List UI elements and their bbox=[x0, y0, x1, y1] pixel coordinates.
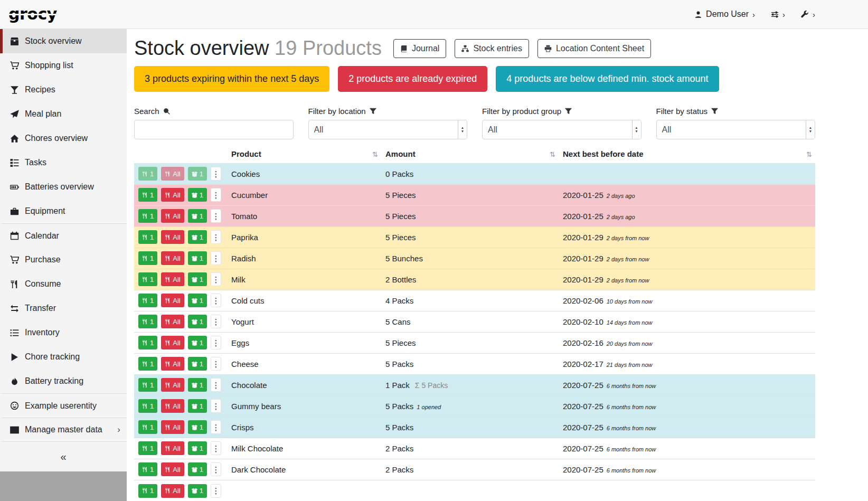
options-menu[interactable]: › bbox=[771, 10, 785, 19]
row-menu-button[interactable]: ⋮ bbox=[211, 209, 221, 223]
open-one-button[interactable]: 1 bbox=[188, 378, 207, 392]
consume-all-button[interactable]: All bbox=[161, 251, 184, 265]
open-one-button[interactable]: 1 bbox=[188, 336, 207, 349]
sidebar-item-equipment[interactable]: Equipment bbox=[0, 199, 127, 223]
row-menu-button[interactable]: ⋮ bbox=[211, 251, 221, 265]
sidebar-item-batteries-overview[interactable]: Batteries overview bbox=[0, 175, 127, 199]
consume-one-button[interactable]: 1 bbox=[138, 357, 157, 371]
consume-one-button[interactable]: 1 bbox=[138, 294, 157, 307]
sidebar-item-chores-overview[interactable]: Chores overview bbox=[0, 126, 127, 150]
open-one-button[interactable]: 1 bbox=[188, 167, 207, 181]
consume-all-button[interactable]: All bbox=[161, 399, 184, 413]
consume-one-button[interactable]: 1 bbox=[138, 399, 157, 413]
consume-one-button[interactable]: 1 bbox=[138, 441, 157, 455]
column-header-next-best-before-date[interactable]: Next best before date⇅ bbox=[559, 146, 815, 164]
consume-all-button[interactable]: All bbox=[161, 167, 184, 181]
consume-one-button[interactable]: 1 bbox=[138, 420, 157, 434]
row-menu-button[interactable]: ⋮ bbox=[211, 441, 221, 455]
alert-info[interactable]: 4 products are below defined min. stock … bbox=[496, 66, 719, 92]
sidebar-item-chore-tracking[interactable]: Chore tracking bbox=[0, 345, 127, 369]
location-filter-select[interactable]: All bbox=[308, 120, 468, 139]
consume-one-button[interactable]: 1 bbox=[138, 209, 157, 223]
open-one-button[interactable]: 1 bbox=[188, 315, 207, 328]
row-menu-button[interactable]: ⋮ bbox=[211, 230, 221, 244]
user-menu[interactable]: Demo User › bbox=[694, 10, 755, 19]
row-menu-button[interactable]: ⋮ bbox=[211, 357, 221, 371]
sidebar-item-tasks[interactable]: Tasks bbox=[0, 150, 127, 175]
consume-all-button[interactable]: All bbox=[161, 315, 184, 328]
stock-entries-button[interactable]: Stock entries bbox=[455, 39, 529, 58]
consume-one-button[interactable]: 1 bbox=[138, 484, 157, 498]
sidebar-item-meal-plan[interactable]: Meal plan bbox=[0, 102, 127, 126]
consume-all-button[interactable]: All bbox=[161, 209, 184, 223]
consume-one-button[interactable]: 1 bbox=[138, 251, 157, 265]
consume-one-button[interactable]: 1 bbox=[138, 336, 157, 349]
sidebar-item-battery-tracking[interactable]: Battery tracking bbox=[0, 369, 127, 393]
sidebar-item-stock-overview[interactable]: Stock overview bbox=[0, 29, 127, 53]
consume-all-button[interactable]: All bbox=[161, 484, 184, 498]
open-one-button[interactable]: 1 bbox=[188, 251, 207, 265]
alert-danger[interactable]: 2 products are already expired bbox=[338, 66, 487, 92]
consume-all-button[interactable]: All bbox=[161, 272, 184, 286]
open-one-button[interactable]: 1 bbox=[188, 294, 207, 307]
open-one-button[interactable]: 1 bbox=[188, 399, 207, 413]
column-header-amount[interactable]: Amount⇅ bbox=[381, 146, 559, 164]
consume-all-button[interactable]: All bbox=[161, 441, 184, 455]
open-one-button[interactable]: 1 bbox=[188, 209, 207, 223]
sidebar-item-recipes[interactable]: Recipes bbox=[0, 78, 127, 102]
row-menu-button[interactable]: ⋮ bbox=[211, 462, 221, 476]
sidebar-item-calendar[interactable]: Calendar bbox=[0, 223, 127, 248]
row-menu-button[interactable]: ⋮ bbox=[211, 399, 221, 413]
consume-one-button[interactable]: 1 bbox=[138, 188, 157, 202]
consume-all-button[interactable]: All bbox=[161, 230, 184, 244]
row-menu-button[interactable]: ⋮ bbox=[211, 272, 221, 286]
consume-one-button[interactable]: 1 bbox=[138, 230, 157, 244]
consume-one-button[interactable]: 1 bbox=[138, 272, 157, 286]
consume-all-button[interactable]: All bbox=[161, 378, 184, 392]
location-content-sheet-button[interactable]: Location Content Sheet bbox=[537, 39, 651, 58]
row-menu-button[interactable]: ⋮ bbox=[211, 420, 221, 434]
open-one-button[interactable]: 1 bbox=[188, 484, 207, 498]
status-filter-select[interactable]: All bbox=[656, 120, 816, 139]
open-one-button[interactable]: 1 bbox=[188, 188, 207, 202]
row-menu-button[interactable]: ⋮ bbox=[211, 167, 221, 181]
sidebar-item-consume[interactable]: Consume bbox=[0, 272, 127, 296]
row-menu-button[interactable]: ⋮ bbox=[211, 378, 221, 392]
open-one-button[interactable]: 1 bbox=[188, 357, 207, 371]
consume-all-button[interactable]: All bbox=[161, 420, 184, 434]
consume-all-button[interactable]: All bbox=[161, 336, 184, 349]
app-logo[interactable]: grocy bbox=[8, 6, 57, 22]
open-one-button[interactable]: 1 bbox=[188, 462, 207, 476]
open-one-button[interactable]: 1 bbox=[188, 230, 207, 244]
product-group-filter-select[interactable]: All bbox=[482, 120, 641, 139]
consume-one-button[interactable]: 1 bbox=[138, 315, 157, 328]
journal-button[interactable]: Journal bbox=[393, 39, 446, 58]
sidebar-collapse-button[interactable]: « bbox=[0, 442, 127, 471]
settings-menu[interactable]: › bbox=[801, 10, 815, 19]
open-one-button[interactable]: 1 bbox=[188, 441, 207, 455]
sidebar-item-manage-master-data[interactable]: Manage master data› bbox=[0, 418, 127, 442]
open-one-button[interactable]: 1 bbox=[188, 420, 207, 434]
row-menu-button[interactable]: ⋮ bbox=[211, 188, 221, 202]
consume-all-button[interactable]: All bbox=[161, 188, 184, 202]
consume-one-button[interactable]: 1 bbox=[138, 378, 157, 392]
sidebar-item-transfer[interactable]: Transfer bbox=[0, 296, 127, 320]
alert-warning[interactable]: 3 products expiring within the next 5 da… bbox=[134, 66, 329, 92]
sidebar-item-shopping-list[interactable]: Shopping list bbox=[0, 53, 127, 78]
sidebar-item-purchase[interactable]: Purchase bbox=[0, 248, 127, 272]
consume-one-button[interactable]: 1 bbox=[138, 462, 157, 476]
consume-one-button[interactable]: 1 bbox=[138, 167, 157, 181]
sidebar-item-inventory[interactable]: Inventory bbox=[0, 320, 127, 345]
search-input[interactable] bbox=[134, 120, 294, 139]
row-menu-button[interactable]: ⋮ bbox=[211, 294, 221, 307]
consume-all-button[interactable]: All bbox=[161, 357, 184, 371]
row-menu-button[interactable]: ⋮ bbox=[211, 315, 221, 328]
consume-all-button[interactable]: All bbox=[161, 462, 184, 476]
sidebar-item-example-userentity[interactable]: Example userentity bbox=[0, 393, 127, 418]
product-name: Milk Chocolate bbox=[231, 444, 283, 453]
row-menu-button[interactable]: ⋮ bbox=[211, 336, 221, 349]
column-header-product[interactable]: Product⇅ bbox=[227, 146, 381, 164]
row-menu-button[interactable]: ⋮ bbox=[211, 484, 221, 498]
open-one-button[interactable]: 1 bbox=[188, 272, 207, 286]
consume-all-button[interactable]: All bbox=[161, 294, 184, 307]
